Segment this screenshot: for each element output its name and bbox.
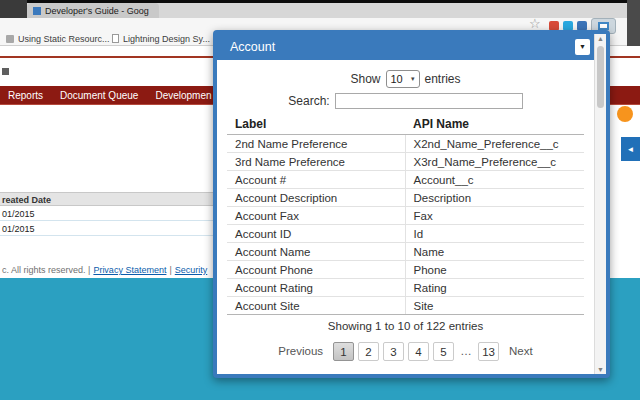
field-api-name: Phone [405,261,584,279]
field-api-name: X2nd_Name_Preference__c [405,135,584,153]
field-api-name: Description [405,189,584,207]
extension-popup: Account ▼ ▲ ▼ Show 10 ▾ entries Search: [213,30,610,378]
field-label: Account Name [227,243,405,261]
field-api-name: X3rd_Name_Preference__c [405,153,584,171]
field-label: Account Site [227,297,405,315]
field-api-name: Name [405,243,584,261]
bookmark-item-static-resources[interactable]: Using Static Resourc... [6,33,110,44]
fieldnames-extension-icon [598,22,609,30]
page-button-5[interactable]: 5 [433,342,454,361]
field-api-name: Site [405,297,584,315]
page-small-icon [2,68,9,75]
table-row: Account SiteSite [227,297,584,315]
fields-table: Label API Name 2nd Name PreferenceX2nd_N… [227,114,584,315]
bookmark-page-icon [112,34,119,43]
chevron-down-icon: ▾ [411,75,415,83]
search-input[interactable] [335,93,523,109]
table-row: Account RatingRating [227,279,584,297]
table-row: Account #Account__c [227,171,584,189]
table-row: Account PhonePhone [227,261,584,279]
show-label: Show [350,72,380,86]
column-header-api-name[interactable]: API Name [405,114,584,135]
bookmark-favicon-icon [6,35,14,43]
bookmark-item-lightning-design[interactable]: Lightning Design Sy... [112,33,210,44]
column-header-label[interactable]: Label [227,114,405,135]
page-button-1[interactable]: 1 [333,342,354,361]
table-info-text: Showing 1 to 10 of 122 entries [217,320,594,332]
nav-tab-document-queue[interactable]: Document Queue [60,90,138,101]
object-select-value: Account [230,40,275,54]
screen-edge-block [627,0,640,46]
length-control: Show 10 ▾ entries [217,70,594,88]
page-size-value: 10 [391,73,403,85]
footer-separator: | [169,265,171,275]
table-row: 2nd Name PreferenceX2nd_Name_Preference_… [227,135,584,153]
table-row: Account IDId [227,225,584,243]
tab-title: Developer's Guide - Goog [45,6,149,16]
field-label: Account # [227,171,405,189]
field-api-name: Id [405,225,584,243]
chevron-left-icon: ◄ [627,145,635,154]
window-corner [0,0,27,18]
screen: Developer's Guide - Goog ☆ Using Static … [0,0,640,400]
page-footer: c. All rights reserved. | Privacy Statem… [2,265,207,275]
table-row: Account DescriptionDescription [227,189,584,207]
side-feedback-tab[interactable]: ◄ [621,137,640,161]
nav-tab-reports[interactable]: Reports [8,90,43,101]
bookmark-label: Lightning Design Sy... [123,34,210,44]
table-row: Account FaxFax [227,207,584,225]
fields-table-wrap: Label API Name 2nd Name PreferenceX2nd_N… [227,114,584,315]
field-api-name: Fax [405,207,584,225]
field-label: 3rd Name Preference [227,153,405,171]
field-api-name: Rating [405,279,584,297]
page-button-13[interactable]: 13 [478,342,499,361]
scroll-down-icon[interactable]: ▼ [595,366,606,373]
bookmark-star-icon[interactable]: ☆ [529,17,541,31]
field-api-name: Account__c [405,171,584,189]
previous-button[interactable]: Previous [272,345,329,357]
dropdown-arrow-icon: ▼ [575,39,590,55]
field-label: Account Description [227,189,405,207]
field-label: Account ID [227,225,405,243]
nav-tab-development[interactable]: Developmen [155,90,211,101]
table-row: 3rd Name PreferenceX3rd_Name_Preference_… [227,153,584,171]
page-button-3[interactable]: 3 [383,342,404,361]
security-link[interactable]: Security [175,265,208,275]
field-label: Account Rating [227,279,405,297]
page-size-select[interactable]: 10 ▾ [386,70,420,88]
scroll-up-icon[interactable]: ▲ [595,35,606,42]
next-button[interactable]: Next [503,345,539,357]
table-row: Account NameName [227,243,584,261]
table-header-row: Label API Name [227,114,584,135]
scrollbar-thumb[interactable] [597,46,604,108]
copyright-text: c. All rights reserved. | [2,265,90,275]
tab-favicon-icon [33,7,41,15]
field-label: 2nd Name Preference [227,135,405,153]
search-control: Search: [217,92,594,110]
popup-scrollbar[interactable]: ▲ ▼ [594,34,606,374]
browser-tab[interactable]: Developer's Guide - Goog [27,3,159,18]
privacy-statement-link[interactable]: Privacy Statement [93,265,166,275]
pagination: Previous 1 2 3 4 5 … 13 Next [217,341,594,361]
page-button-2[interactable]: 2 [358,342,379,361]
search-label: Search: [288,94,329,108]
page-button-4[interactable]: 4 [408,342,429,361]
field-label: Account Fax [227,207,405,225]
entries-label: entries [425,72,461,86]
object-select[interactable]: Account ▼ [217,34,594,60]
help-button[interactable] [617,106,633,122]
bookmark-label: Using Static Resourc... [18,34,110,44]
pagination-ellipsis: … [458,345,474,357]
field-label: Account Phone [227,261,405,279]
